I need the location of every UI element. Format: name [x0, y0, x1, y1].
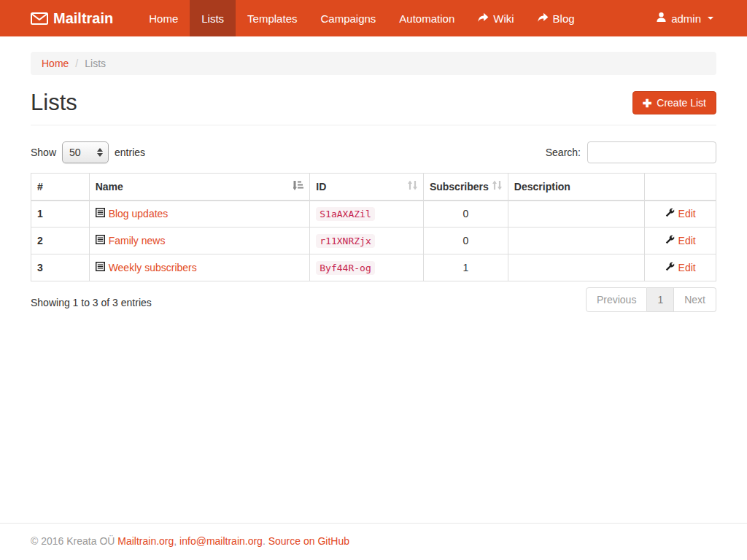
share-icon [478, 12, 489, 25]
pagination-previous[interactable]: Previous [586, 287, 647, 312]
nav-label: Home [149, 12, 178, 25]
page-size-select[interactable]: 50 [62, 141, 109, 163]
user-name: admin [671, 12, 701, 25]
page-title: Lists [31, 90, 77, 116]
list-link[interactable]: Blog updates [96, 208, 169, 219]
edit-link[interactable]: Edit [665, 262, 696, 273]
header-subscribers-label: Subscribers [430, 181, 489, 192]
main-content: Home / Lists Lists ✚ Create List Show 50… [20, 36, 727, 312]
search-input[interactable] [587, 141, 716, 163]
header-description: Description [508, 174, 644, 201]
nav-item-lists[interactable]: Lists [190, 0, 236, 36]
next-label: Next [674, 288, 716, 311]
footer-separator: , [174, 535, 177, 547]
edit-label: Edit [678, 262, 696, 273]
entries-summary: Showing 1 to 3 of 3 entries [31, 289, 152, 308]
github-source-link[interactable]: Source on GitHub [268, 535, 349, 547]
wrench-icon [665, 262, 675, 273]
row-subscribers: 1 [423, 254, 508, 281]
header-name[interactable]: Name [89, 174, 310, 201]
page-length-control: Show 50 entries [31, 141, 145, 163]
table-row: 2 Family news r11XNRZjx 0 Edit [31, 228, 716, 254]
create-list-label: Create List [657, 97, 706, 109]
header-num: # [31, 174, 90, 201]
copyright-text: © 2016 Kreata OÜ [31, 535, 115, 547]
nav-item-wiki[interactable]: Wiki [466, 0, 525, 36]
user-menu[interactable]: admin [645, 0, 716, 36]
table-row: 3 Weekly subscribers Byf44R-og 1 Edit [31, 254, 716, 281]
header-subscribers[interactable]: Subscribers [423, 174, 508, 201]
page-size-value: 50 [69, 147, 81, 158]
row-edit-cell: Edit [645, 201, 716, 228]
row-name-cell: Weekly subscribers [89, 254, 310, 281]
nav-item-templates[interactable]: Templates [236, 0, 309, 36]
row-subscribers: 0 [423, 201, 508, 228]
list-link[interactable]: Family news [96, 235, 166, 246]
nav-item-home[interactable]: Home [137, 0, 190, 36]
sort-desc-icon [293, 180, 303, 192]
edit-link[interactable]: Edit [665, 208, 696, 219]
header-id-label: ID [316, 181, 326, 192]
table-row: 1 Blog updates S1aAXAZil 0 Edit [31, 201, 716, 228]
row-number: 1 [31, 201, 90, 228]
envelope-icon [31, 12, 48, 25]
main-nav: Home Lists Templates Campaigns Automatio… [137, 0, 586, 36]
sort-both-icon [408, 180, 417, 192]
create-list-button[interactable]: ✚ Create List [632, 91, 716, 114]
header-name-label: Name [96, 181, 123, 192]
edit-label: Edit [678, 208, 696, 219]
breadcrumb-home-link[interactable]: Home [42, 58, 69, 69]
row-name-cell: Blog updates [89, 201, 310, 228]
row-description [508, 228, 644, 254]
breadcrumb-current: Lists [85, 58, 106, 69]
previous-label: Previous [587, 288, 646, 311]
share-icon [538, 12, 549, 25]
header-id[interactable]: ID [310, 174, 424, 201]
breadcrumb: Home / Lists [31, 52, 716, 75]
search-control: Search: [546, 141, 716, 163]
row-name-cell: Family news [89, 228, 310, 254]
select-arrows-icon [97, 148, 103, 157]
page-number: 1 [647, 288, 673, 311]
wrench-icon [665, 208, 675, 219]
row-number: 3 [31, 254, 90, 281]
row-id-cell: Byf44R-og [310, 254, 424, 281]
list-icon [96, 208, 105, 219]
row-edit-cell: Edit [645, 254, 716, 281]
nav-label: Blog [553, 12, 575, 25]
edit-link[interactable]: Edit [665, 235, 696, 246]
lists-table: # Name ID [31, 173, 716, 281]
chevron-down-icon [708, 17, 713, 20]
nav-item-blog[interactable]: Blog [526, 0, 587, 36]
row-description [508, 201, 644, 228]
list-icon [96, 262, 105, 273]
row-id-cell: S1aAXAZil [310, 201, 424, 228]
page-header: Lists ✚ Create List [31, 90, 716, 125]
list-icon [96, 235, 105, 246]
nav-item-automation[interactable]: Automation [387, 0, 466, 36]
row-subscribers: 0 [423, 228, 508, 254]
footer-separator: . [263, 535, 266, 547]
nav-item-campaigns[interactable]: Campaigns [309, 0, 387, 36]
row-edit-cell: Edit [645, 228, 716, 254]
nav-label: Wiki [493, 12, 514, 25]
wrench-icon [665, 235, 675, 246]
nav-label: Lists [201, 12, 224, 25]
user-icon [656, 12, 667, 25]
nav-label: Campaigns [320, 12, 376, 25]
brand-logo[interactable]: Mailtrain [31, 0, 124, 36]
contact-email-link[interactable]: info@mailtrain.org [179, 535, 263, 547]
pagination-next[interactable]: Next [674, 287, 716, 312]
list-name: Weekly subscribers [109, 262, 197, 273]
plus-icon: ✚ [643, 98, 652, 109]
list-link[interactable]: Weekly subscribers [96, 262, 197, 273]
pagination-page-1[interactable]: 1 [647, 287, 674, 312]
search-label: Search: [546, 147, 581, 158]
row-id-cell: r11XNRZjx [310, 228, 424, 254]
header-actions [645, 174, 716, 201]
row-description [508, 254, 644, 281]
mailtrain-org-link[interactable]: Mailtrain.org [117, 535, 174, 547]
footer-text: © 2016 Kreata OÜ Mailtrain.org, info@mai… [31, 535, 716, 547]
list-id: Byf44R-og [316, 261, 374, 275]
list-id: S1aAXAZil [316, 207, 374, 221]
